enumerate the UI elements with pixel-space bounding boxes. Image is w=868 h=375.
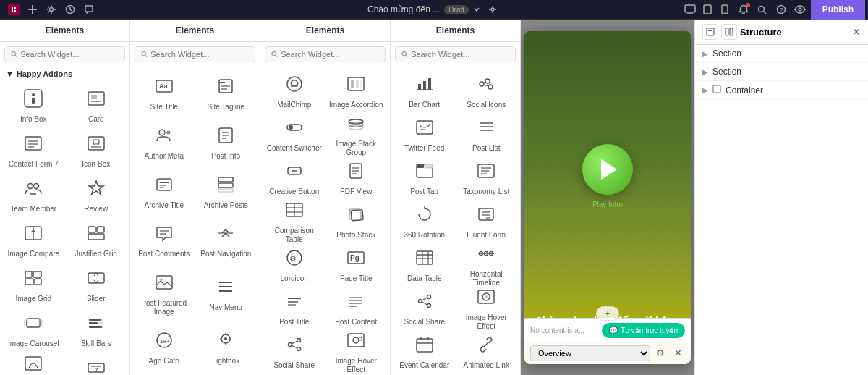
widget-text-scroll[interactable]: Text Scroll +: [66, 353, 127, 375]
widget-360-rotation[interactable]: 360 Rotation +: [393, 200, 456, 243]
widget-author-meta[interactable]: Author Meta +: [133, 119, 195, 168]
structure-close-button[interactable]: ✕: [852, 26, 861, 38]
svg-point-6: [50, 8, 54, 12]
widget-fluent-form[interactable]: Fluent Form +: [456, 200, 518, 243]
widget-post-tab[interactable]: Post Tab +: [393, 156, 456, 200]
widget-info-box[interactable]: Info Box +: [3, 84, 64, 127]
structure-item-section-2[interactable]: ▶ Section: [695, 63, 868, 81]
svg-rect-3: [14, 10, 16, 12]
widget-data-table[interactable]: Data Table +: [393, 243, 456, 287]
widget-skill-bars[interactable]: Skill Bars +: [66, 308, 127, 352]
settings-icon[interactable]: ⚙: [653, 346, 668, 361]
struct-icon-1[interactable]: [702, 24, 718, 40]
help-icon[interactable]: ?: [773, 1, 789, 17]
draft-badge[interactable]: Draft: [444, 5, 469, 14]
eye-icon[interactable]: [792, 1, 808, 17]
widget-image-grid[interactable]: Image Grid +: [3, 264, 64, 307]
widget-social-share[interactable]: Social Share +: [263, 330, 326, 374]
widget-comparison-table[interactable]: Comparison Table +: [263, 200, 326, 243]
widget-post-info[interactable]: Post Info +: [195, 119, 258, 168]
settings-icon[interactable]: [43, 1, 59, 17]
widget-animated-link[interactable]: Animated Link +: [456, 330, 518, 374]
svg-rect-193: [730, 28, 733, 35]
widget-label: Age Gate: [149, 357, 179, 366]
widget-mailchimp[interactable]: MailChimp +: [263, 69, 326, 113]
widget-post-title[interactable]: Post Title +: [263, 287, 326, 330]
widget-creative-button[interactable]: Creative Button +: [263, 156, 326, 200]
widget-contact-form[interactable]: Contact Form 7 +: [3, 129, 64, 172]
widget-p4-image-hover[interactable]: Image Hover Effect +: [456, 287, 518, 330]
widget-post-comments[interactable]: Post Comments +: [133, 216, 195, 266]
struct-icon-2[interactable]: [721, 24, 737, 40]
widget-review[interactable]: Review +: [66, 174, 127, 217]
structure-item-section-1[interactable]: ▶ Section: [695, 45, 868, 63]
widget-photo-stack[interactable]: Photo Stack +: [326, 200, 388, 243]
addons-section-header[interactable]: ▼ Happy Addons: [0, 67, 129, 81]
search-icon[interactable]: [754, 1, 770, 17]
search-input-3[interactable]: [281, 50, 379, 59]
svg-rect-79: [218, 189, 233, 192]
search-box-3[interactable]: [265, 46, 386, 62]
search-input-4[interactable]: [411, 50, 509, 59]
play-circle[interactable]: [582, 144, 633, 195]
widget-event-calendar[interactable]: Event Calendar +: [393, 330, 456, 374]
widget-image-compare[interactable]: Image Compare +: [3, 219, 64, 262]
widget-liquid-hover[interactable]: Liquid Hover Image +: [3, 353, 64, 375]
search-box-4[interactable]: [395, 46, 516, 62]
tablet-icon[interactable]: [699, 1, 715, 17]
chat-button[interactable]: 💬 Tư vấn trực tuyến: [602, 323, 685, 338]
widget-image-carousel[interactable]: Image Carousel +: [3, 308, 64, 352]
justified-grid-icon: [86, 223, 106, 248]
widget-image-stack-group[interactable]: Image Stack Group +: [326, 113, 388, 156]
structure-item-container[interactable]: ▶ Container: [695, 81, 868, 100]
chat-icon[interactable]: [81, 1, 97, 17]
widget-taxonomy-list[interactable]: Taxonomy List +: [456, 156, 518, 200]
widget-post-featured-image[interactable]: Post Featured Image +: [133, 266, 195, 324]
widget-archive-posts[interactable]: Archive Posts +: [195, 167, 258, 216]
search-box-1[interactable]: [4, 46, 125, 62]
overview-select[interactable]: Overview: [530, 345, 650, 361]
widget-content-switcher[interactable]: Content Switcher +: [263, 113, 326, 156]
widget-age-gate[interactable]: 18+ Age Gate +: [133, 323, 195, 372]
mobile-icon[interactable]: [717, 1, 733, 17]
widget-lightbox[interactable]: Lightbox +: [195, 323, 258, 372]
widget-social-icons[interactable]: Social Icons +: [456, 69, 518, 113]
search-input-1[interactable]: [20, 50, 119, 59]
desktop-icon[interactable]: [682, 1, 698, 17]
widget-pdf-view[interactable]: PDF View +: [326, 156, 388, 200]
widget-post-content[interactable]: Post Content +: [326, 287, 388, 330]
widget-image-accordion[interactable]: Image Accordion +: [326, 69, 388, 113]
widget-site-tagline[interactable]: Site Tagline +: [195, 69, 258, 119]
widget-label: Post Navigation: [200, 250, 251, 258]
notifications-icon[interactable]: [736, 1, 752, 17]
widget-justified-grid[interactable]: Justified Grid +: [66, 219, 127, 262]
widget-slider[interactable]: Slider +: [66, 264, 127, 307]
image-compare-icon: [23, 223, 43, 248]
widget-site-title[interactable]: Aa Site Title +: [133, 69, 195, 119]
widget-image-hover-effect[interactable]: Image Hover Effect +: [326, 330, 388, 374]
add-section-button[interactable]: +: [596, 306, 619, 321]
elementor-logo[interactable]: [6, 1, 22, 17]
widget-post-navigation[interactable]: Post Navigation +: [195, 216, 258, 266]
widget-twitter-feed[interactable]: Twitter Feed +: [393, 113, 456, 156]
close-icon[interactable]: ✕: [671, 346, 685, 361]
widget-lordicon[interactable]: ⚙ Lordicon +: [263, 243, 326, 287]
widget-icon-box[interactable]: Icon Box +: [66, 129, 127, 172]
add-icon[interactable]: [25, 1, 41, 17]
widget-archive-title[interactable]: Archive Title +: [133, 167, 195, 216]
widget-bar-chart[interactable]: Bar Chart +: [393, 69, 456, 113]
widget-page-title[interactable]: Pg Page Title +: [326, 243, 388, 287]
widget-post-list[interactable]: Post List +: [456, 113, 518, 156]
widget-horizontal-timeline[interactable]: Horizontal Timeline +: [456, 243, 518, 287]
publish-button[interactable]: Publish: [811, 0, 865, 20]
history-icon[interactable]: [62, 1, 78, 17]
widget-nav-menu[interactable]: Nav Menu +: [195, 266, 258, 324]
search-box-2[interactable]: [135, 46, 255, 62]
widget-card[interactable]: Card +: [66, 84, 127, 127]
widget-team-member[interactable]: Team Member +: [3, 174, 64, 217]
page-settings-icon[interactable]: [485, 1, 501, 17]
post-info-icon: [216, 125, 236, 150]
search-input-2[interactable]: [150, 50, 249, 59]
widget-p4-social-share[interactable]: Social Share +: [393, 287, 456, 330]
widget-label: Site Title: [150, 103, 178, 111]
